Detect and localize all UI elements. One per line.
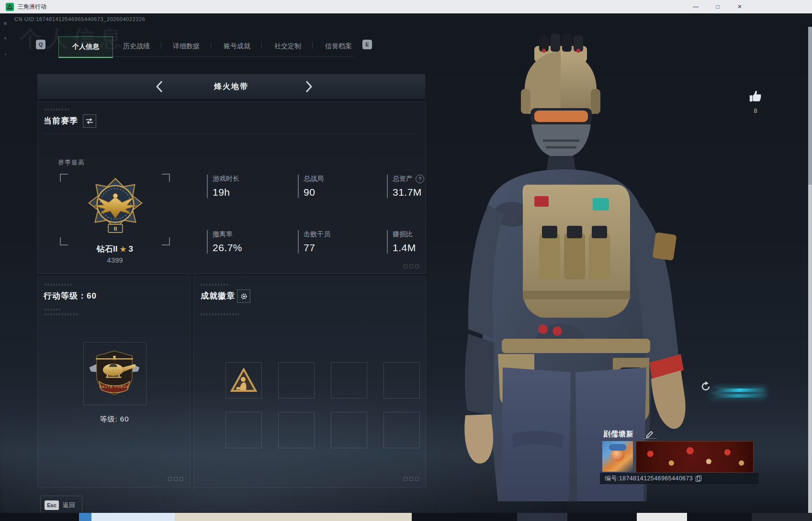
edit-underline	[643, 438, 657, 439]
decor-microtext	[45, 284, 73, 286]
operation-level-header: 行动等级：60	[44, 290, 97, 301]
stat-label: 击败干员	[304, 230, 380, 239]
rank-star-count: 3	[128, 244, 133, 254]
help-icon[interactable]: ?	[416, 175, 424, 183]
copy-id-icon[interactable]	[696, 476, 700, 481]
background-window-sliver[interactable]	[175, 513, 412, 521]
tab-personal-info[interactable]: 个人信息	[58, 36, 113, 58]
tab-separator	[261, 42, 262, 49]
scrollbar-thumb[interactable]	[808, 27, 812, 185]
tab-match-history[interactable]: 历史战绩	[115, 36, 158, 56]
background-window-sliver[interactable]	[517, 513, 567, 521]
stat-extraction-rate: 撤离率 26.7%	[207, 230, 289, 254]
player-name: 剧儒塘新	[603, 430, 634, 439]
badge-slot-empty[interactable]	[278, 412, 315, 448]
background-window-sliver[interactable]	[637, 513, 687, 521]
back-button[interactable]: Esc 返回	[40, 496, 82, 515]
screen: 三角洲行动 — □ ✕ 个人信息 CN UID:1874814125469654…	[0, 0, 812, 521]
stat-label: 总资产	[393, 175, 413, 183]
stat-value: 26.7%	[213, 242, 289, 254]
level-ribbon-text: DELTA FORCE	[100, 385, 130, 388]
panel-corner-decor	[404, 477, 419, 481]
current-season-header: 当前赛季	[44, 115, 78, 126]
rank-name-line: 钻石II ★ 3	[60, 244, 170, 255]
character-model	[440, 33, 747, 511]
tab-separator	[312, 42, 313, 49]
glow-stripe	[710, 394, 767, 398]
badge-slot-empty[interactable]	[383, 362, 420, 399]
decor-microtext	[45, 109, 70, 111]
next-season-arrow[interactable]	[302, 79, 316, 94]
badge-slot-empty[interactable]	[226, 412, 262, 448]
player-banner[interactable]	[636, 441, 754, 473]
badge-slot-empty[interactable]	[331, 362, 367, 399]
key-hint-q: Q	[36, 40, 45, 49]
rank-badge-diamond: II	[85, 177, 146, 242]
edit-pencil-icon[interactable]	[645, 430, 654, 438]
badge-slot-empty[interactable]	[383, 412, 420, 448]
level-badge-helicopter: DELTA FORCE	[88, 346, 141, 400]
achievement-header: 成就徽章	[201, 290, 235, 301]
stat-value: 19h	[213, 187, 289, 198]
thumbs-up-icon[interactable]	[748, 89, 763, 103]
stat-operators-defeated: 击败干员 77	[298, 230, 380, 254]
operation-level-panel: 行动等级：60 DELTA FORCE	[37, 277, 191, 488]
season-selector: 烽火地带	[37, 74, 425, 99]
back-label: 返回	[63, 501, 75, 510]
esc-keycap: Esc	[45, 500, 59, 510]
rank-tier-numeral: II	[114, 225, 117, 232]
tab-separator	[161, 42, 161, 49]
edge-tick	[4, 37, 6, 39]
tab-detailed-stats[interactable]: 详细数据	[165, 36, 208, 56]
edge-tick	[4, 22, 7, 25]
stat-total-matches: 总战局 90	[298, 175, 380, 198]
stat-label: 游戏时长	[213, 175, 289, 183]
maximize-button[interactable]: □	[707, 0, 729, 13]
tab-reputation[interactable]: 信誉档案	[317, 36, 360, 56]
stat-label: 撤离率	[213, 230, 289, 239]
delta-app-icon	[6, 3, 14, 11]
reload-icon[interactable]	[700, 381, 711, 392]
header-divider	[44, 133, 419, 134]
window-controls: — □ ✕	[685, 0, 751, 13]
player-id-bar: 编号:187481412546965440673	[600, 473, 759, 484]
stat-value: 90	[304, 187, 380, 198]
decor-microtext	[45, 313, 79, 315]
tab-social-customization[interactable]: 社交定制	[266, 36, 309, 56]
player-id-text: 编号:187481412546965440673	[605, 475, 693, 483]
background-window-sliver[interactable]	[79, 513, 175, 521]
decor-microtext	[201, 313, 239, 315]
minimize-button[interactable]: —	[685, 0, 707, 13]
likes-count: 8	[745, 107, 766, 114]
rank-star-icon: ★	[120, 245, 126, 253]
game-area: 个人信息 CN UID:187481412546965440673_202604…	[0, 13, 812, 513]
tab-account-achievements[interactable]: 账号成就	[215, 36, 259, 56]
edge-tick	[5, 54, 6, 55]
badge-slot-filled[interactable]	[226, 362, 262, 399]
stat-play-time: 游戏时长 19h	[207, 175, 289, 198]
season-best-label: 赛季最高	[58, 158, 85, 167]
background-window-sliver[interactable]	[752, 513, 812, 521]
tab-separator	[211, 42, 211, 49]
close-button[interactable]: ✕	[729, 0, 751, 13]
window-titlebar: 三角洲行动 — □ ✕	[0, 0, 812, 13]
glow-stripe	[712, 388, 767, 392]
likes-widget: 8	[745, 89, 766, 114]
badge-slot-empty[interactable]	[278, 362, 315, 399]
badge-settings-gear-button[interactable]	[237, 289, 250, 303]
achievement-badge-triangle	[230, 368, 257, 393]
current-season-panel: 当前赛季 赛季最高	[37, 101, 426, 274]
decor-microtext	[45, 309, 62, 310]
player-avatar[interactable]	[602, 441, 633, 472]
key-hint-e: E	[362, 40, 372, 49]
badge-slot-empty[interactable]	[331, 412, 367, 448]
panel-corner-decor	[168, 477, 183, 481]
stat-label: 总战局	[304, 175, 380, 183]
season-swap-button[interactable]	[83, 114, 96, 128]
scrollbar[interactable]	[808, 27, 812, 521]
rank-points: 4399	[60, 256, 170, 264]
decor-microtext	[201, 284, 229, 286]
window-title: 三角洲行动	[18, 3, 46, 11]
season-mode-title: 烽火地带	[37, 82, 425, 92]
achievement-badges-panel: 成就徽章	[193, 277, 426, 488]
